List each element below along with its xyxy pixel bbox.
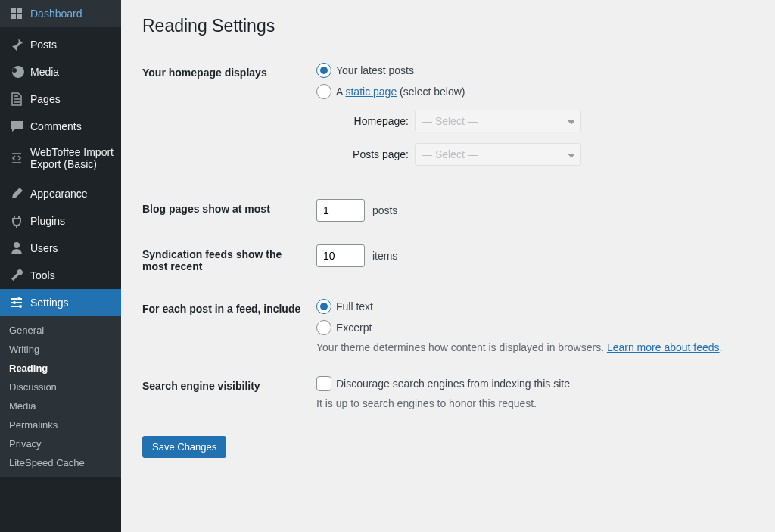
sidebar-item-tools[interactable]: Tools [0, 262, 121, 289]
posts-page-select-label: Posts page: [339, 148, 415, 160]
sidebar-item-label: WebToffee Import Export (Basic) [30, 146, 115, 170]
sidebar-item-label: Tools [30, 269, 55, 282]
field-label-search-visibility: Search engine visibility [142, 365, 309, 421]
radio-latest-posts-label[interactable]: Your latest posts [336, 64, 414, 76]
brush-icon [9, 186, 24, 201]
discourage-search-checkbox[interactable] [316, 376, 331, 391]
static-page-link[interactable]: static page [345, 86, 397, 98]
blog-pages-input[interactable] [316, 199, 365, 222]
radio-full-text-label[interactable]: Full text [336, 300, 373, 313]
import-icon [9, 151, 24, 166]
plugin-icon [9, 213, 24, 229]
submenu-item-permalinks[interactable]: Permalinks [0, 415, 121, 434]
sidebar-item-settings[interactable]: Settings [0, 289, 121, 316]
field-label-feed-include: For each post in a feed, include [142, 288, 309, 365]
field-label-syndication: Syndication feeds show the most recent [142, 233, 309, 288]
page-title: Reading Settings [142, 9, 754, 51]
submenu-item-media[interactable]: Media [0, 397, 121, 415]
sidebar-item-label: Media [30, 66, 59, 78]
sidebar-item-label: Dashboard [30, 8, 82, 20]
settings-submenu: GeneralWritingReadingDiscussionMediaPerm… [0, 316, 121, 477]
sidebar-item-label: Posts [30, 39, 57, 51]
sidebar-item-comments[interactable]: Comments [0, 113, 121, 140]
syndication-input[interactable] [316, 244, 365, 267]
homepage-select[interactable]: — Select — [415, 110, 581, 132]
settings-icon [9, 295, 24, 310]
main-content: Reading Settings Your homepage displays … [121, 0, 775, 532]
page-icon [9, 92, 24, 107]
sidebar-item-label: Users [30, 242, 58, 254]
blog-pages-unit: posts [372, 204, 397, 216]
sidebar-item-media[interactable]: Media [0, 58, 121, 86]
settings-form-table: Your homepage displays Your latest posts… [142, 51, 754, 421]
radio-excerpt-label[interactable]: Excerpt [336, 322, 372, 334]
sidebar-item-plugins[interactable]: Plugins [0, 207, 121, 235]
feed-description: Your theme determines how content is dis… [316, 341, 746, 353]
sidebar-item-label: Plugins [30, 215, 65, 227]
discourage-search-label[interactable]: Discourage search engines from indexing … [336, 378, 570, 390]
svg-point-2 [19, 305, 22, 308]
radio-excerpt[interactable] [316, 320, 331, 335]
sidebar-item-pages[interactable]: Pages [0, 86, 121, 113]
svg-point-1 [13, 301, 16, 304]
homepage-select-label: Homepage: [339, 115, 415, 127]
submenu-item-reading[interactable]: Reading [0, 359, 121, 378]
media-icon [9, 64, 24, 79]
search-visibility-desc: It is up to search engines to honor this… [316, 397, 746, 409]
dashboard-icon [9, 6, 24, 21]
radio-static-page-label[interactable]: A static page (select below) [336, 86, 465, 98]
sidebar-item-dashboard[interactable]: Dashboard [0, 0, 121, 27]
svg-point-0 [17, 297, 20, 300]
sidebar-item-users[interactable]: Users [0, 235, 121, 262]
field-label-blog-pages: Blog pages show at most [142, 188, 309, 233]
wrench-icon [9, 268, 24, 283]
radio-latest-posts[interactable] [316, 63, 331, 78]
posts-page-select[interactable]: — Select — [415, 143, 581, 166]
sidebar-item-webtoffee-import-export-basic[interactable]: WebToffee Import Export (Basic) [0, 140, 121, 176]
user-icon [9, 241, 24, 256]
admin-sidebar: DashboardPostsMediaPagesCommentsWebToffe… [0, 0, 121, 532]
sidebar-item-label: Comments [30, 120, 82, 132]
sidebar-item-appearance[interactable]: Appearance [0, 180, 121, 207]
comment-icon [9, 119, 24, 134]
save-changes-button[interactable]: Save Changes [142, 436, 226, 458]
pin-icon [9, 37, 24, 52]
submenu-item-privacy[interactable]: Privacy [0, 434, 121, 453]
radio-static-page[interactable] [316, 84, 331, 99]
syndication-unit: items [372, 250, 397, 262]
sidebar-item-posts[interactable]: Posts [0, 31, 121, 58]
radio-full-text[interactable] [316, 299, 331, 314]
field-label-homepage-displays: Your homepage displays [142, 51, 309, 188]
submenu-item-discussion[interactable]: Discussion [0, 378, 121, 397]
learn-more-feeds-link[interactable]: Learn more about feeds [607, 341, 720, 353]
submenu-item-general[interactable]: General [0, 321, 121, 340]
submenu-item-writing[interactable]: Writing [0, 340, 121, 359]
submenu-item-litespeed-cache[interactable]: LiteSpeed Cache [0, 453, 121, 472]
sidebar-item-label: Appearance [30, 188, 88, 200]
sidebar-item-label: Settings [30, 297, 69, 309]
sidebar-item-label: Pages [30, 93, 61, 105]
